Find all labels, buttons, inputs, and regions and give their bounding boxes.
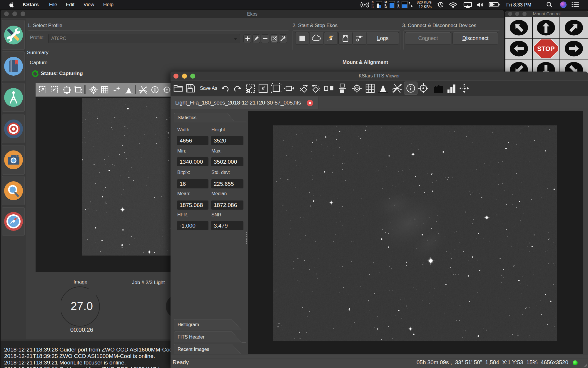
- svg-text:STOP: STOP: [537, 45, 555, 52]
